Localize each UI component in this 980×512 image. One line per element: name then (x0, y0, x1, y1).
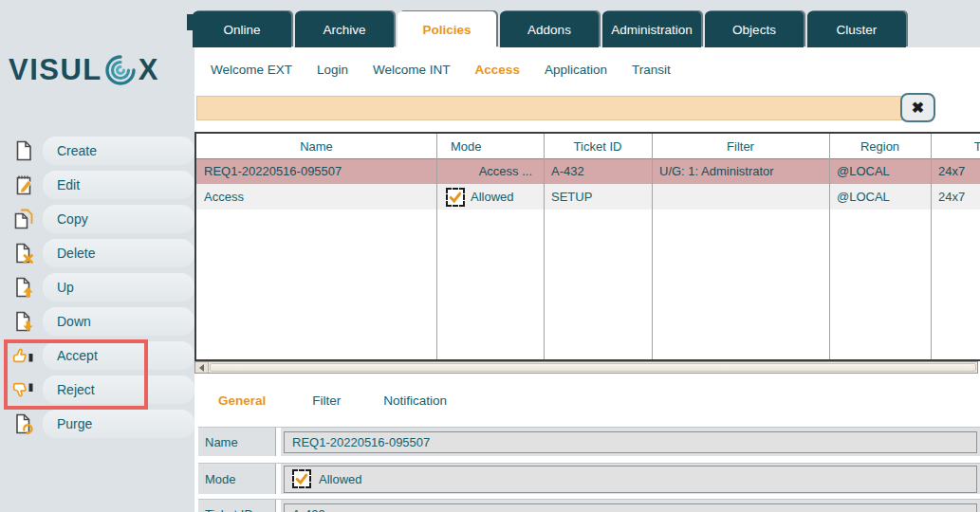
cell-filter: U/G: 1: Administrator (652, 158, 829, 184)
cell-mode: Allowed (436, 184, 544, 210)
field-divider (275, 428, 281, 456)
tab-administration[interactable]: Administration (602, 11, 701, 47)
page-new-icon (12, 139, 35, 162)
table-horizontal-scrollbar[interactable] (194, 361, 978, 374)
detail-tab-notification[interactable]: Notification (383, 393, 447, 408)
tab-cluster[interactable]: Cluster (807, 11, 906, 47)
form-row-name: Name REQ1-20220516-095507 (198, 427, 980, 456)
visulox-logo: VISUL X (9, 53, 159, 87)
column-header-region[interactable]: Region (829, 134, 931, 158)
tab-addons[interactable]: Addons (500, 11, 599, 47)
policies-sub-nav: Welcome EXT Login Welcome INT Access App… (211, 63, 671, 77)
column-header-time[interactable]: Time (931, 134, 980, 158)
ticket-id-field-value: A-432 (292, 507, 325, 512)
purge-icon (12, 412, 35, 435)
cell-region: @LOCAL (829, 158, 931, 184)
sidebar-item-label: Delete (57, 246, 95, 261)
policies-table: REQ1-20220516-095507 Access ... A-432 U/… (194, 132, 980, 361)
field-divider (275, 500, 281, 512)
close-icon: ✖ (912, 99, 924, 117)
field-label-mode: Mode (198, 472, 275, 486)
visulox-window: VISUL X Online Archive Policies Addons A… (0, 0, 980, 512)
logo-text-left: VISUL (9, 53, 102, 87)
checkbox-checked-icon (446, 188, 465, 207)
field-label-ticket-id: Ticket ID (198, 507, 275, 512)
field-divider (275, 464, 281, 494)
logo-text-right: X (139, 53, 159, 87)
cell-filter (652, 184, 829, 210)
cell-name: REQ1-20220516-095507 (196, 158, 436, 184)
subnav-access[interactable]: Access (475, 63, 520, 77)
sidebar-item-edit[interactable]: Edit (43, 171, 194, 199)
sidebar-item-label: Up (57, 280, 74, 295)
sidebar-item-create[interactable]: Create (43, 137, 194, 165)
clear-search-button[interactable]: ✖ (900, 93, 935, 122)
sidebar-item-label: Reject (57, 382, 95, 397)
table-row[interactable]: Access Allowed SETUP @LOCAL 24x7 (196, 184, 980, 210)
column-divider (436, 134, 437, 359)
sidebar-item-label: Purge (57, 416, 92, 431)
cell-mode-label: Allowed (471, 190, 514, 204)
subnav-welcome-ext[interactable]: Welcome EXT (211, 63, 292, 77)
field-label-name: Name (198, 435, 275, 449)
name-field-value: REQ1-20220516-095507 (292, 435, 430, 449)
main-tab-bar: Online Archive Policies Addons Administr… (193, 11, 906, 47)
column-divider (544, 134, 545, 359)
delete-icon (12, 242, 35, 265)
column-header-ticket-id[interactable]: Ticket ID (544, 134, 652, 158)
scrollbar-thumb[interactable] (210, 363, 976, 372)
sidebar-item-label: Edit (57, 177, 80, 192)
detail-tab-general[interactable]: General (218, 393, 266, 408)
sidebar-item-up[interactable]: Up (43, 273, 194, 302)
name-field[interactable]: REQ1-20220516-095507 (284, 431, 977, 453)
sidebar-item-down[interactable]: Down (43, 307, 194, 336)
detail-tab-filter[interactable]: Filter (312, 393, 341, 408)
detail-tab-bar: General Filter Notification (218, 393, 447, 408)
column-header-filter[interactable]: Filter (652, 134, 829, 158)
subnav-login[interactable]: Login (317, 63, 348, 77)
cell-ticket-id: SETUP (544, 184, 652, 210)
arrow-left-icon (199, 364, 204, 372)
subnav-transit[interactable]: Transit (632, 63, 671, 77)
table-row[interactable]: REQ1-20220516-095507 Access ... A-432 U/… (196, 158, 980, 184)
column-header-mode[interactable]: Mode (436, 134, 544, 158)
cell-time: 24x7 (931, 184, 980, 210)
thumbs-down-icon (12, 378, 35, 401)
tab-online[interactable]: Online (193, 11, 291, 47)
sidebar-item-reject[interactable]: Reject (43, 375, 194, 404)
subnav-welcome-int[interactable]: Welcome INT (373, 63, 451, 77)
form-row-mode: Mode Allowed (198, 463, 980, 494)
mode-field[interactable]: Allowed (284, 466, 977, 493)
sidebar-item-delete[interactable]: Delete (43, 239, 194, 267)
column-divider (652, 134, 653, 359)
cell-mode: Access ... (436, 158, 544, 184)
sidebar-item-accept[interactable]: Accept (43, 341, 194, 370)
ticket-id-field[interactable]: A-432 (284, 503, 977, 512)
scroll-left-button[interactable] (195, 362, 209, 373)
column-divider (829, 134, 830, 359)
subnav-application[interactable]: Application (545, 63, 607, 77)
thumbs-up-icon (12, 344, 35, 367)
logo-spiral-icon (103, 53, 138, 87)
sidebar-item-purge[interactable]: Purge (43, 410, 194, 438)
sidebar-item-label: Copy (57, 211, 88, 227)
edit-icon (12, 174, 35, 196)
sidebar-item-label: Create (57, 143, 97, 158)
down-icon (12, 310, 35, 333)
sidebar-item-copy[interactable]: Copy (43, 205, 194, 233)
mode-field-value: Allowed (319, 472, 362, 486)
cell-name: Access (196, 184, 436, 210)
cell-region: @LOCAL (829, 184, 931, 210)
copy-icon (12, 208, 35, 230)
search-input[interactable] (196, 96, 904, 120)
cell-time: 24x7 (931, 158, 980, 184)
column-header-name[interactable]: Name (196, 134, 436, 158)
cell-ticket-id: A-432 (544, 158, 652, 184)
tab-archive[interactable]: Archive (295, 11, 394, 47)
up-icon (12, 276, 35, 299)
checkbox-checked-icon[interactable] (292, 469, 311, 488)
column-divider (931, 134, 932, 359)
tab-policies[interactable]: Policies (398, 11, 496, 47)
tab-objects[interactable]: Objects (705, 11, 804, 47)
sidebar-item-label: Accept (57, 348, 98, 363)
